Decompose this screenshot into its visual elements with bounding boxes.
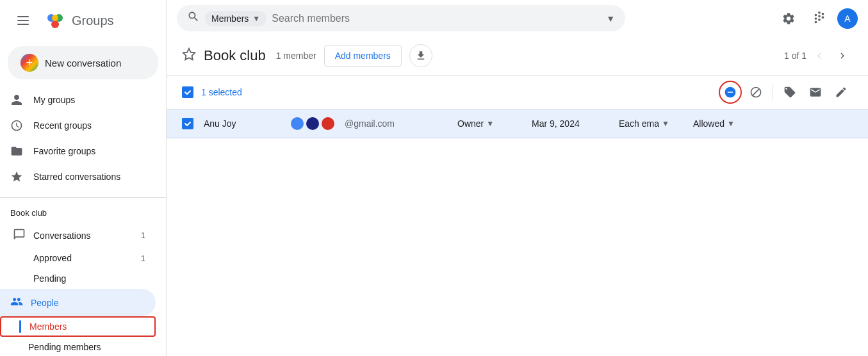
- sidebar-item-people[interactable]: People: [0, 289, 156, 316]
- toolbar-divider: [773, 85, 773, 100]
- logo-area: Groups: [44, 9, 114, 32]
- member-delivery: Each ema ▼: [619, 118, 683, 129]
- add-members-button[interactable]: Add members: [324, 45, 402, 67]
- conversations-label: Conversations: [33, 231, 91, 241]
- member-email: @gmail.com: [345, 118, 447, 129]
- svg-marker-7: [183, 48, 195, 59]
- people-label: People: [31, 298, 59, 308]
- pending-label: Pending: [33, 273, 66, 284]
- main-content-area: Members ▼ ▼ A Book club 1 member Add mem…: [167, 0, 868, 356]
- remove-member-button[interactable]: [719, 81, 742, 104]
- new-conversation-button[interactable]: + New conversation: [8, 46, 158, 79]
- pagination-prev-button[interactable]: [809, 45, 830, 66]
- starred-conversations-label: Starred conversations: [33, 172, 120, 182]
- member-delivery-label: Each ema: [619, 118, 659, 129]
- toolbar-actions: [719, 81, 853, 104]
- member-avatar-2: [306, 117, 319, 130]
- member-row: Anu Joy @gmail.com Owner ▼ Mar 9, 2024 E…: [167, 109, 868, 138]
- sidebar-item-favorite-groups[interactable]: Favorite groups: [0, 138, 156, 164]
- svg-rect-2: [17, 24, 29, 25]
- favorite-groups-label: Favorite groups: [33, 146, 95, 156]
- member-role-dropdown-icon[interactable]: ▼: [486, 119, 494, 128]
- member-status-label: Allowed: [693, 118, 725, 129]
- member-role-label: Owner: [457, 118, 484, 129]
- member-status-dropdown-icon[interactable]: ▼: [727, 119, 735, 128]
- svg-point-5: [51, 20, 59, 28]
- star-icon: [10, 170, 23, 183]
- clock-icon: [10, 119, 23, 132]
- approved-label: Approved: [33, 253, 72, 263]
- groups-logo-icon: [44, 9, 67, 32]
- sidebar-item-starred-conversations[interactable]: Starred conversations: [0, 164, 156, 190]
- search-filter-label: Members: [211, 13, 249, 24]
- apps-button[interactable]: [807, 6, 832, 31]
- sidebar-header: Groups: [0, 0, 166, 41]
- member-checkbox[interactable]: [182, 118, 193, 129]
- member-avatar-1: [291, 117, 304, 130]
- person-icon: [10, 93, 23, 106]
- search-container: Members ▼ ▼: [177, 5, 625, 31]
- settings-button[interactable]: [776, 6, 801, 31]
- pagination: 1 of 1: [784, 45, 853, 66]
- search-dropdown-icon[interactable]: ▼: [606, 13, 615, 24]
- member-status: Allowed ▼: [693, 118, 757, 129]
- content: Book club 1 member Add members 1 of 1 1: [167, 36, 868, 356]
- divider: [0, 197, 166, 198]
- block-button[interactable]: [744, 81, 767, 104]
- search-input[interactable]: [272, 13, 601, 24]
- pagination-label: 1 of 1: [784, 51, 807, 61]
- nav-section-main: My groups Recent groups Favorite groups …: [0, 85, 166, 192]
- edit-button[interactable]: [830, 81, 853, 104]
- sidebar: Groups + New conversation My groups Rece…: [0, 0, 167, 356]
- table-toolbar: 1 selected: [167, 76, 868, 109]
- sidebar-item-pending-members[interactable]: Pending members: [0, 337, 156, 356]
- member-avatar-3: [322, 117, 334, 130]
- member-role: Owner ▼: [457, 118, 521, 129]
- pending-members-label: Pending members: [28, 342, 101, 352]
- tag-button[interactable]: [778, 81, 801, 104]
- svg-rect-1: [17, 20, 29, 21]
- svg-rect-0: [17, 16, 29, 17]
- people-icon: [10, 295, 23, 310]
- conversations-icon: [13, 228, 26, 243]
- favorite-star-icon[interactable]: [182, 47, 196, 65]
- members-label: Members: [29, 321, 67, 332]
- sidebar-item-conversations[interactable]: Conversations 1: [0, 223, 156, 248]
- member-name: Anu Joy: [204, 118, 281, 129]
- plus-icon: +: [20, 54, 38, 72]
- approved-count: 1: [141, 254, 145, 263]
- email-button[interactable]: [804, 81, 827, 104]
- selected-count-label: 1 selected: [201, 87, 242, 97]
- conversations-count: 1: [141, 231, 145, 240]
- search-icon: [187, 10, 200, 26]
- new-conversation-label: New conversation: [45, 58, 121, 69]
- download-button[interactable]: [409, 44, 432, 67]
- user-avatar[interactable]: A: [837, 8, 858, 29]
- logo-text: Groups: [72, 13, 114, 28]
- search-filter-chip[interactable]: Members ▼: [205, 11, 266, 26]
- my-groups-label: My groups: [33, 95, 75, 105]
- member-avatar-group: [291, 117, 334, 130]
- sidebar-item-members[interactable]: Members: [0, 316, 156, 337]
- page-title: Book club: [204, 47, 266, 64]
- hamburger-button[interactable]: [10, 8, 36, 33]
- member-date: Mar 9, 2024: [532, 118, 609, 129]
- sidebar-item-recent-groups[interactable]: Recent groups: [0, 113, 156, 138]
- content-header: Book club 1 member Add members 1 of 1: [167, 36, 868, 76]
- section-label-book-club: Book club: [0, 203, 166, 223]
- pagination-next-button[interactable]: [832, 45, 853, 66]
- topbar-actions: A: [776, 6, 858, 31]
- topbar: Members ▼ ▼ A: [167, 0, 868, 36]
- folder-icon: [10, 145, 23, 158]
- sidebar-item-pending[interactable]: Pending: [0, 268, 156, 289]
- svg-point-6: [52, 15, 58, 21]
- sidebar-item-approved[interactable]: Approved 1: [0, 248, 156, 268]
- member-delivery-dropdown-icon[interactable]: ▼: [662, 119, 669, 128]
- sidebar-item-my-groups[interactable]: My groups: [0, 87, 156, 113]
- member-count: 1 member: [276, 51, 316, 61]
- select-all-checkbox[interactable]: [182, 86, 193, 98]
- recent-groups-label: Recent groups: [33, 120, 92, 131]
- members-sub-item-wrapper: Members: [0, 316, 166, 337]
- search-filter-chevron-icon: ▼: [252, 14, 260, 23]
